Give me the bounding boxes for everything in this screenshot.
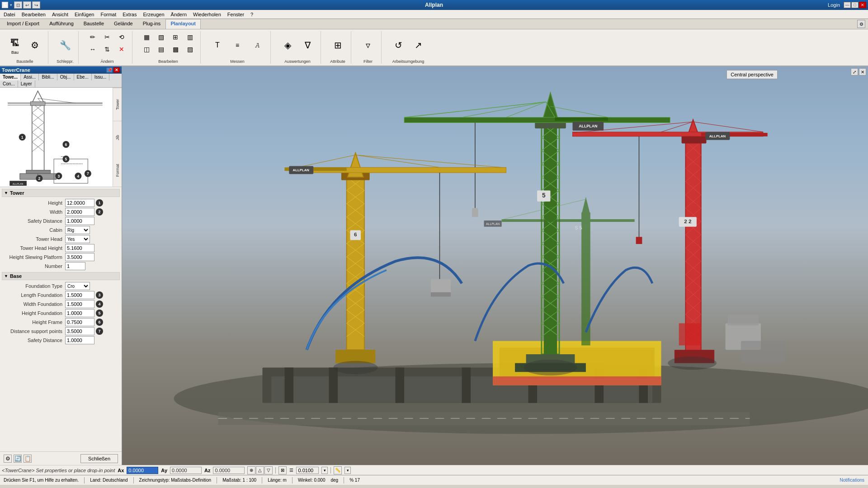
panel-tab-tower[interactable]: Towe...: [0, 74, 21, 80]
ribbon-btn-attribute[interactable]: ⊞: [328, 37, 347, 54]
panel-pin-btn[interactable]: 📌: [106, 67, 113, 73]
menu-datei[interactable]: Datei: [1, 11, 18, 18]
tower-head-select[interactable]: Yes: [65, 235, 90, 243]
notifications-label[interactable]: Notifications: [840, 478, 864, 483]
safety-input[interactable]: [65, 217, 94, 225]
ribbon-tab-planlayout[interactable]: Planlayout: [165, 19, 201, 29]
distance-support-input[interactable]: [65, 327, 94, 335]
svg-rect-46: [462, 367, 471, 403]
ribbon-btn-bearbeiten-3[interactable]: ⊞: [169, 31, 182, 43]
ribbon-tab-import[interactable]: Import / Export: [2, 19, 44, 29]
panel-tab-assi[interactable]: Assi...: [21, 74, 39, 80]
ribbon-btn-text[interactable]: T: [208, 37, 227, 54]
toolbar-btn-1[interactable]: ⊡: [14, 1, 22, 9]
menu-aendern[interactable]: Ändern: [168, 11, 189, 18]
ribbon-btn-baustelle-1[interactable]: 🏗 Bau: [5, 34, 24, 56]
tower-section-header[interactable]: ▼ Tower: [2, 189, 120, 197]
ay-input[interactable]: [170, 467, 202, 474]
svg-line-97: [551, 106, 608, 117]
foundation-type-select[interactable]: Cro: [65, 282, 90, 290]
tower-head-height-input[interactable]: [65, 244, 94, 252]
panel-bottom-btn1[interactable]: ⚙: [4, 455, 12, 463]
menu-extras[interactable]: Extras: [120, 11, 139, 18]
coord-btn-1[interactable]: ⊕: [247, 466, 255, 474]
minimize-btn[interactable]: —: [844, 2, 851, 8]
coord-btn-2[interactable]: △: [256, 466, 264, 474]
unit-dropdown[interactable]: ▾: [344, 467, 351, 474]
panel-tab-layer[interactable]: Layer: [18, 80, 35, 87]
menu-einfuegen[interactable]: Einfügen: [72, 11, 97, 18]
maximize-btn[interactable]: □: [851, 2, 859, 8]
height-frame-input[interactable]: [65, 318, 94, 326]
login-label[interactable]: Login: [828, 2, 840, 8]
ribbon-btn-delete[interactable]: ✕: [115, 43, 128, 55]
scale-input[interactable]: [296, 467, 319, 474]
ribbon-btn-bearbeiten-2[interactable]: ▧: [154, 31, 168, 43]
ribbon-btn-aendern-2[interactable]: ✂: [100, 31, 114, 43]
toolbar-btn-3[interactable]: ↪: [32, 1, 40, 9]
width-input[interactable]: [65, 208, 94, 216]
menu-help[interactable]: ?: [248, 11, 256, 18]
close-btn[interactable]: ✕: [859, 2, 866, 8]
ribbon-tab-gelaende[interactable]: Gelände: [109, 19, 138, 29]
ribbon-btn-list[interactable]: ≡: [228, 37, 247, 54]
height-input[interactable]: [65, 199, 94, 207]
slewing-input[interactable]: [65, 253, 94, 261]
ribbon-btn-export[interactable]: ↗: [409, 37, 428, 54]
ribbon-btn-bearbeiten-7[interactable]: ▩: [169, 43, 182, 55]
ribbon-btn-schleppr[interactable]: 🔧: [56, 37, 75, 54]
ribbon-btn-bearbeiten-1[interactable]: ▦: [140, 31, 153, 43]
panel-tab-obj[interactable]: Obj...: [57, 74, 74, 80]
coord-snap-btn[interactable]: ⊠: [278, 466, 287, 474]
menu-wiederholen[interactable]: Wiederholen: [190, 11, 224, 18]
ribbon-btn-refresh[interactable]: ↺: [389, 37, 408, 54]
ribbon-btn-bearbeiten-8[interactable]: ▨: [183, 43, 197, 55]
panel-close-btn[interactable]: ✕: [113, 67, 120, 73]
ribbon-btn-font[interactable]: 𝙰: [248, 37, 267, 54]
panel-bottom-btn3[interactable]: 📋: [24, 455, 32, 463]
ribbon-btn-auswert-1[interactable]: ◈: [278, 37, 297, 54]
ribbon-btn-filter[interactable]: ∇: [298, 37, 317, 54]
panel-tab-ebe[interactable]: Ebe...: [74, 74, 92, 80]
ribbon-btn-aendern-5[interactable]: ⇅: [100, 43, 114, 55]
coord-unit-btn[interactable]: 📏: [334, 466, 342, 474]
toolbar-btn-2[interactable]: ↩: [23, 1, 31, 9]
menu-erzeugen[interactable]: Erzeugen: [140, 11, 167, 18]
ribbon-tab-baustelle[interactable]: Baustelle: [79, 19, 109, 29]
side-label-format[interactable]: Format: [113, 154, 122, 187]
menu-ansicht[interactable]: Ansicht: [49, 11, 71, 18]
scale-dropdown[interactable]: ▾: [321, 467, 328, 474]
ribbon-btn-aendern-4[interactable]: ↔: [86, 43, 99, 55]
ribbon-btn-bearbeiten-5[interactable]: ◫: [140, 43, 153, 55]
ribbon-btn-filter2[interactable]: ▿: [359, 37, 377, 54]
ribbon-settings-btn[interactable]: ⚙: [857, 20, 865, 28]
panel-bottom-btn2[interactable]: 🔄: [14, 455, 22, 463]
ribbon-btn-aendern-3[interactable]: ⟲: [115, 31, 128, 43]
panel-tab-issu[interactable]: Issu...: [92, 74, 110, 80]
panel-tab-con[interactable]: Con...: [0, 80, 18, 87]
ribbon-btn-bearbeiten-4[interactable]: ▥: [183, 31, 197, 43]
ribbon-btn-bearbeiten-6[interactable]: ▤: [154, 43, 168, 55]
number-input[interactable]: [65, 262, 85, 270]
ribbon-tab-plugins[interactable]: Plug-ins: [138, 19, 166, 29]
safety-base-input[interactable]: [65, 336, 94, 344]
cabin-select[interactable]: Rig: [65, 226, 90, 234]
height-foundation-input[interactable]: [65, 309, 94, 317]
width-foundation-input[interactable]: [65, 300, 94, 308]
coord-btn-3[interactable]: ▽: [264, 466, 273, 474]
side-label-tower[interactable]: Tower: [113, 88, 122, 121]
app-icon[interactable]: 🏗: [2, 2, 8, 8]
ax-input[interactable]: [127, 467, 158, 474]
ribbon-btn-baustelle-2[interactable]: ⚙: [25, 37, 44, 54]
az-input[interactable]: [213, 467, 245, 474]
base-section-header[interactable]: ▼ Base: [2, 272, 120, 280]
close-button[interactable]: Schließen: [80, 454, 118, 463]
menu-format[interactable]: Format: [98, 11, 119, 18]
ribbon-btn-aendern-1[interactable]: ✏: [86, 31, 99, 43]
menu-fenster[interactable]: Fenster: [225, 11, 247, 18]
panel-tab-bibli[interactable]: Bibli...: [39, 74, 57, 80]
menu-bearbeiten[interactable]: Bearbeiten: [19, 11, 48, 18]
side-label-jib[interactable]: Jib: [113, 121, 122, 154]
length-foundation-input[interactable]: [65, 291, 94, 299]
ribbon-tab-auffuehrung[interactable]: Aufführung: [44, 19, 79, 29]
